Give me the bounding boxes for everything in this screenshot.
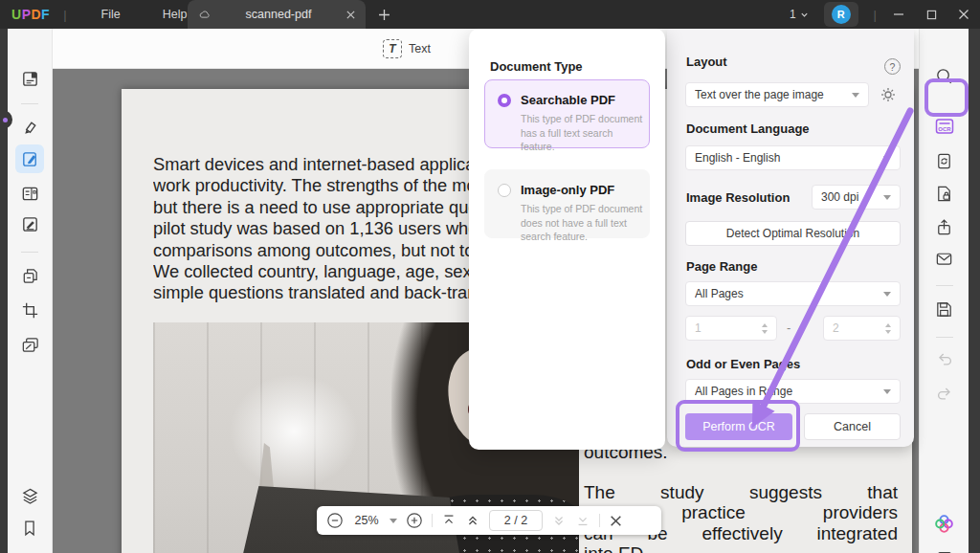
range-to-spinner[interactable]: 2 (823, 316, 901, 341)
sidebar-item-sign[interactable] (15, 210, 44, 238)
sidebar-item-forms[interactable] (15, 179, 44, 208)
menu-file[interactable]: File (80, 0, 142, 29)
sidebar-item-attachments[interactable] (15, 548, 44, 553)
chevron-down-icon (883, 292, 891, 297)
ocr-settings-panel: Layout ? Text over the page image Docume… (667, 29, 914, 447)
radio-selected-icon[interactable] (498, 94, 511, 107)
sidebar-item-save[interactable] (930, 295, 959, 323)
highlighter-icon (20, 118, 40, 138)
document-type-heading: Document Type (490, 59, 583, 74)
cloud-icon (197, 8, 212, 22)
sidebar-item-edit-pdf-active[interactable] (15, 144, 44, 173)
gear-icon[interactable] (879, 85, 898, 104)
odd-even-label: Odd or Even Pages (686, 357, 800, 371)
spinner-arrows[interactable] (885, 323, 891, 334)
next-page-button-disabled[interactable] (551, 513, 567, 528)
sidebar-item-email[interactable] (930, 244, 959, 273)
titlebar-divider: | (874, 8, 877, 22)
help-icon[interactable]: ? (884, 58, 901, 75)
sidebar-item-layers[interactable] (15, 481, 44, 510)
range-from-value: 1 (695, 321, 702, 335)
updf-logo: UPDF (11, 7, 50, 22)
range-dash: - (787, 321, 791, 335)
text-tool-button[interactable]: T Text (383, 39, 431, 58)
maximize-button[interactable] (915, 0, 947, 29)
layout-label: Layout (686, 55, 727, 69)
radio-unselected-icon[interactable] (498, 184, 511, 197)
sidebar-item-crop[interactable] (15, 296, 44, 324)
detect-optimal-resolution-button[interactable]: Detect Optimal Resolution (685, 221, 901, 246)
page-number-box[interactable]: 2 / 2 (489, 510, 543, 531)
sidebar-divider (936, 337, 953, 338)
sidebar-item-undo[interactable] (930, 344, 959, 373)
bookmark-icon (20, 519, 39, 538)
sidebar-divider (21, 252, 38, 253)
zoom-out-button[interactable] (326, 512, 344, 529)
sidebar-item-organize-pages[interactable] (15, 261, 44, 290)
chevron-down-icon (883, 156, 891, 161)
document-text-line: into ED (584, 543, 898, 553)
paragraph-gap (584, 463, 898, 482)
document-paragraph-right: outcomes. The study suggests that ed pra… (584, 442, 898, 553)
range-from-spinner[interactable]: 1 (685, 316, 777, 341)
save-icon (934, 299, 954, 320)
sidebar-item-bookmarks[interactable] (15, 514, 44, 542)
sidebar-item-feedback[interactable] (930, 543, 959, 553)
document-language-dropdown[interactable]: English - English (685, 145, 901, 170)
first-page-button[interactable] (441, 513, 457, 528)
sidebar-item-convert[interactable] (930, 146, 959, 175)
sidebar-item-comment[interactable] (15, 113, 44, 142)
document-language-value: English - English (695, 151, 883, 165)
plus-icon (378, 9, 390, 21)
page-indicator-dropdown[interactable]: 1 (790, 8, 809, 21)
previous-page-button[interactable] (465, 513, 480, 528)
chevron-down-icon (883, 389, 891, 394)
sidebar-item-ai-assistant[interactable] (930, 509, 959, 538)
sidebar-item-reader[interactable] (15, 64, 44, 93)
zoom-dropdown-caret[interactable] (390, 519, 397, 523)
undo-icon (935, 349, 954, 368)
crop-icon (20, 300, 40, 321)
pages-icon (20, 266, 40, 286)
updf-app-window: Smart devices and internet-based applica… (0, 0, 980, 553)
sidebar-item-redo[interactable] (930, 379, 959, 408)
last-page-button-disabled[interactable] (575, 513, 590, 528)
image-resolution-dropdown[interactable]: 300 dpi (812, 185, 901, 210)
document-tab[interactable]: scanned-pdf (188, 0, 366, 29)
convert-icon (934, 151, 954, 171)
minimize-button[interactable] (882, 0, 915, 29)
layout-dropdown-value: Text over the page image (695, 88, 852, 101)
document-text-line: The study suggests that (584, 482, 898, 503)
form-icon (20, 184, 40, 204)
close-toolbar-button[interactable] (609, 514, 623, 528)
layout-dropdown[interactable]: Text over the page image (685, 82, 869, 107)
avatar: R (832, 5, 851, 24)
titlebar-right: 1 R | (790, 0, 980, 29)
sidebar-item-share[interactable] (930, 212, 959, 241)
tab-title: scanned-pdf (212, 8, 345, 21)
close-button[interactable] (947, 0, 980, 29)
cancel-button[interactable]: Cancel (804, 413, 901, 440)
option-searchable-pdf[interactable]: Searchable PDF This type of PDF document… (484, 79, 650, 148)
account-button[interactable]: R (824, 2, 858, 27)
sidebar-divider (21, 103, 38, 104)
option-description: This type of PDF document has a full tex… (521, 112, 643, 154)
page-range-label: Page Range (686, 259, 757, 274)
highlight-box-perform-ocr (676, 400, 800, 452)
sidebar-item-slideshow[interactable] (15, 330, 44, 359)
zoom-level-value[interactable]: 25% (352, 514, 381, 527)
reader-icon (20, 69, 40, 89)
tab-close-icon[interactable] (345, 10, 356, 20)
new-tab-button[interactable] (373, 4, 394, 25)
page-range-dropdown[interactable]: All Pages (685, 281, 901, 306)
toolbar-divider (432, 514, 433, 527)
text-tool-icon: T (383, 39, 402, 58)
option-description: This type of PDF document does not have … (521, 202, 643, 244)
spinner-arrows[interactable] (762, 323, 768, 334)
right-edge-strip (969, 29, 980, 553)
image-resolution-value: 300 dpi (821, 190, 883, 204)
option-image-only-pdf[interactable]: Image-only PDF This type of PDF document… (484, 169, 650, 238)
sidebar-item-protect[interactable] (930, 179, 959, 208)
photo-light (230, 374, 358, 489)
zoom-in-button[interactable] (406, 512, 423, 529)
